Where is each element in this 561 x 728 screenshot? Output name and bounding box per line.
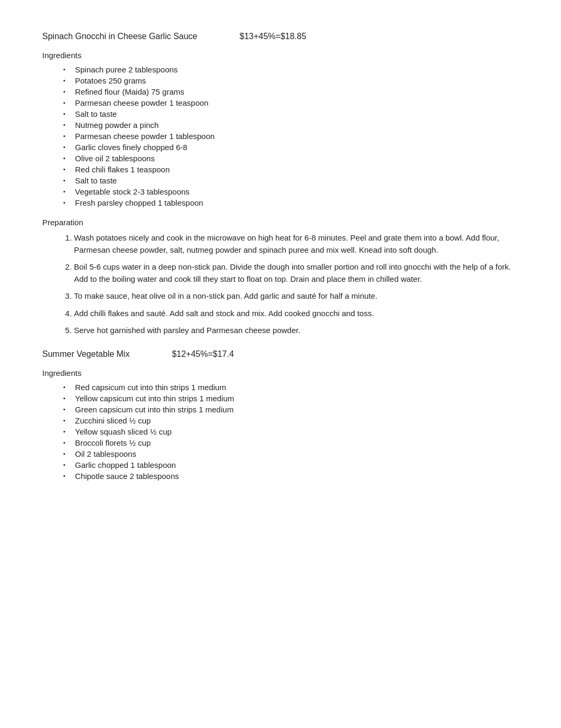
bullet-icon: ▪ (63, 66, 70, 72)
list-item: ▪Parmesan cheese powder 1 tablespoon (42, 132, 519, 141)
recipe1-preparation-list: Wash potatoes nicely and cook in the mic… (42, 232, 519, 337)
list-item: ▪Broccoli florets ½ cup (42, 438, 519, 447)
bullet-icon: ▪ (63, 155, 70, 161)
bullet-icon: ▪ (63, 144, 70, 150)
bullet-icon: ▪ (63, 133, 70, 139)
bullet-icon: ▪ (63, 417, 70, 423)
list-item: ▪Nutmeg powder a pinch (42, 121, 519, 130)
list-item: ▪Salt to taste (42, 109, 519, 118)
list-item: ▪Refined flour (Maida) 75 grams (42, 87, 519, 96)
list-item: ▪Parmesan cheese powder 1 teaspoon (42, 98, 519, 107)
list-item: ▪Olive oil 2 tablespoons (42, 154, 519, 163)
list-item: ▪Garlic chopped 1 tablespoon (42, 460, 519, 469)
recipe1-title: Spinach Gnocchi in Cheese Garlic Sauce (42, 32, 198, 41)
list-item: ▪Yellow squash sliced ½ cup (42, 427, 519, 436)
bullet-icon: ▪ (63, 473, 70, 479)
list-item: ▪Red chili flakes 1 teaspoon (42, 165, 519, 174)
recipe2-ingredients-section: Ingredients ▪Red capsicum cut into thin … (42, 368, 519, 481)
recipe1-title-row: Spinach Gnocchi in Cheese Garlic Sauce $… (42, 32, 519, 41)
bullet-icon: ▪ (63, 406, 70, 412)
recipe1-price: $13+45%=$18.85 (240, 32, 306, 41)
bullet-icon: ▪ (63, 177, 70, 183)
list-item: To make sauce, heat olive oil in a non-s… (74, 290, 519, 302)
recipe1-preparation-section: Preparation Wash potatoes nicely and coo… (42, 218, 519, 337)
recipe2-ingredients-heading: Ingredients (42, 368, 519, 377)
bullet-icon: ▪ (63, 450, 70, 457)
bullet-icon: ▪ (63, 77, 70, 84)
list-item: ▪Salt to taste (42, 176, 519, 185)
bullet-icon: ▪ (63, 439, 70, 446)
list-item: ▪Spinach puree 2 tablespoons (42, 65, 519, 74)
list-item: ▪Vegetable stock 2-3 tablespoons (42, 187, 519, 196)
list-item: ▪Green capsicum cut into thin strips 1 m… (42, 405, 519, 414)
list-item: ▪Chipotle sauce 2 tablespoons (42, 472, 519, 481)
list-item: Add chilli flakes and sauté. Add salt an… (74, 308, 519, 320)
recipe1-ingredients-heading: Ingredients (42, 51, 519, 60)
bullet-icon: ▪ (63, 462, 70, 468)
bullet-icon: ▪ (63, 199, 70, 206)
bullet-icon: ▪ (63, 88, 70, 95)
bullet-icon: ▪ (63, 110, 70, 117)
list-item: ▪Oil 2 tablespoons (42, 449, 519, 458)
recipe2-title: Summer Vegetable Mix (42, 349, 129, 359)
list-item: Boil 5-6 cups water in a deep non-stick … (74, 261, 519, 285)
recipe1-preparation-heading: Preparation (42, 218, 519, 227)
list-item: Serve hot garnished with parsley and Par… (74, 325, 519, 337)
bullet-icon: ▪ (63, 166, 70, 172)
bullet-icon: ▪ (63, 384, 70, 390)
bullet-icon: ▪ (63, 188, 70, 195)
recipe2-title-row: Summer Vegetable Mix $12+45%=$17.4 (42, 349, 519, 359)
list-item: ▪Potatoes 250 grams (42, 76, 519, 85)
bullet-icon: ▪ (63, 428, 70, 435)
bullet-icon: ▪ (63, 99, 70, 106)
list-item: Wash potatoes nicely and cook in the mic… (74, 232, 519, 256)
list-item: ▪Red capsicum cut into thin strips 1 med… (42, 383, 519, 392)
bullet-icon: ▪ (63, 395, 70, 401)
list-item: ▪Yellow capsicum cut into thin strips 1 … (42, 394, 519, 403)
list-item: ▪Zucchini sliced ½ cup (42, 416, 519, 425)
list-item: ▪Garlic cloves finely chopped 6-8 (42, 143, 519, 152)
bullet-icon: ▪ (63, 122, 70, 128)
recipe2-price: $12+45%=$17.4 (172, 349, 233, 359)
recipe2-ingredients-list: ▪Red capsicum cut into thin strips 1 med… (42, 383, 519, 481)
recipe1-ingredients-section: Ingredients ▪Spinach puree 2 tablespoons… (42, 51, 519, 207)
recipe1-ingredients-list: ▪Spinach puree 2 tablespoons▪Potatoes 25… (42, 65, 519, 207)
list-item: ▪Fresh parsley chopped 1 tablespoon (42, 198, 519, 207)
